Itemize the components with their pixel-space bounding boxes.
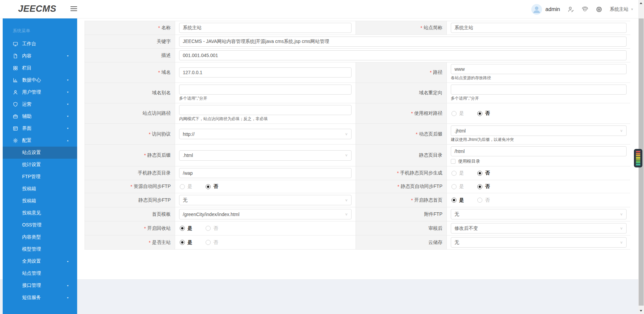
form-field [175,166,356,180]
radio-option[interactable]: 否 [477,170,490,176]
chevron-down-icon: ∨ [345,198,348,202]
form-label-text: 关键字 [157,39,171,45]
required-mark: * [397,184,399,189]
sidebar-item[interactable]: 工作台 [3,38,77,50]
sidebar-item[interactable]: 界面▼ [3,122,77,135]
select-box[interactable]: 修改后不变∨ [451,223,627,233]
sidebar-item[interactable]: 栏目 [3,62,77,74]
sidebar-subitem[interactable]: OSS管理 [3,219,77,231]
radio-option[interactable]: 是 [451,170,464,176]
text-input[interactable] [179,85,352,95]
radio-icon [206,226,211,231]
sidebar-subitem[interactable]: 投稿箱 [3,183,77,195]
radio-option[interactable]: 否 [477,197,490,203]
form-label: *是否主站 [85,235,175,249]
form-label: 关键字 [85,35,175,48]
radio-option[interactable]: 是 [451,184,464,190]
power-icon[interactable] [596,6,602,13]
sidebar-subitem[interactable]: 投稿箱 [3,195,77,207]
browser-icon[interactable] [582,6,588,13]
radio-dot [181,227,183,229]
sidebar-subitem[interactable]: 模型管理 [3,243,77,255]
radio-option[interactable]: 否 [477,110,490,116]
form-field: 无∨ [447,235,631,249]
radio-label: 否 [213,184,218,190]
sidebar-item[interactable]: 辅助▼ [3,110,77,122]
sidebar-item[interactable]: 配置▲ [3,135,77,147]
briefcase-icon [13,114,18,119]
select-box[interactable]: 无∨ [179,195,352,205]
text-input[interactable] [179,50,627,60]
sidebar-subitem[interactable]: FTP管理 [3,171,77,183]
text-input[interactable] [451,23,627,33]
document-icon [13,53,18,59]
radio-option[interactable]: 是 [180,225,192,231]
radio-option[interactable]: 否 [206,240,218,246]
text-input[interactable] [179,105,352,115]
text-input[interactable] [179,23,352,33]
text-input[interactable] [451,85,627,95]
user-edit-icon[interactable] [568,6,574,13]
form-label-text: 访问协议 [152,131,171,137]
form-field: 是否 [447,103,631,123]
radio-option[interactable]: 是 [180,184,192,190]
chevron-up-icon: ▲ [66,139,69,142]
chevron-down-icon: ∨ [620,241,623,245]
sidebar-item[interactable]: 运营▼ [3,98,77,110]
text-input[interactable] [179,37,627,47]
radio-option[interactable]: 否 [206,225,218,231]
form-label-text: 开启静态首页 [414,197,442,203]
user-menu[interactable]: admin [531,4,560,15]
radio-icon [477,184,482,189]
form-label-text: 静态页后缀 [147,152,171,158]
scroll-heatmap-marker[interactable] [634,149,642,167]
gear-icon [13,138,18,143]
form-label: 附件FTP [356,207,447,221]
form-field [447,21,631,35]
select-box[interactable]: .jhtml∨ [451,125,627,136]
sidebar-subitem[interactable]: 站点设置 [3,147,77,159]
sidebar-subitem[interactable]: 短信服务▼ [3,292,77,304]
radio-option[interactable]: 是 [451,197,464,203]
text-input[interactable] [451,64,627,74]
scroll-down-icon[interactable] [640,310,642,312]
form-field: 无∨ [175,193,356,207]
text-input[interactable] [179,67,352,77]
scroll-up-icon[interactable] [640,2,642,4]
header-actions: admin 系统主站 ∨ [531,0,633,18]
radio-label: 是 [187,184,192,190]
checkbox[interactable]: 使用根目录 [451,158,627,164]
sidebar-subitem[interactable]: 接口管理▼ [3,279,77,292]
sidebar-subitem-label: 接口管理 [22,282,41,289]
form-field: 是否 [447,180,631,193]
sidebar-subitem[interactable]: 投稿意见 [3,207,77,219]
chevron-down-icon: ∨ [620,226,623,230]
sidebar-item[interactable]: 内容▼ [3,50,77,62]
form-field: .html∨ [175,145,356,166]
radio-option[interactable]: 否 [206,184,218,190]
form-label-text: 使用相对路径 [414,110,442,116]
form-label-text: 路径 [433,69,442,75]
sidebar-subitem[interactable]: 统计设置 [3,159,77,171]
sidebar-item[interactable]: 数据中心▼ [3,74,77,86]
select-box[interactable]: /greenCity/index/index.html∨ [179,209,352,219]
radio-group: 是否 [179,225,352,231]
form-label-text: 静态页自动同步FTP [401,184,442,190]
select-box[interactable]: http://∨ [179,129,352,139]
select-box[interactable]: .html∨ [179,150,352,161]
radio-option[interactable]: 是 [180,240,192,246]
form-label: *使用相对路径 [356,103,447,123]
form-field: 修改后不变∨ [447,221,631,235]
select-box[interactable]: 无∨ [451,237,627,248]
sidebar-subitem[interactable]: 全局设置▼ [3,255,77,267]
site-selector[interactable]: 系统主站 ∨ [610,6,633,12]
text-input[interactable] [179,168,352,178]
select-box[interactable]: 无∨ [451,209,627,219]
sidebar-item[interactable]: 用户管理▼ [3,86,77,98]
radio-option[interactable]: 是 [451,110,464,116]
menu-toggle-icon[interactable] [70,6,77,12]
sidebar-subitem[interactable]: 内容类型 [3,231,77,243]
radio-option[interactable]: 否 [477,184,490,190]
text-input[interactable] [451,146,627,156]
sidebar-subitem[interactable]: 站点管理 [3,267,77,279]
